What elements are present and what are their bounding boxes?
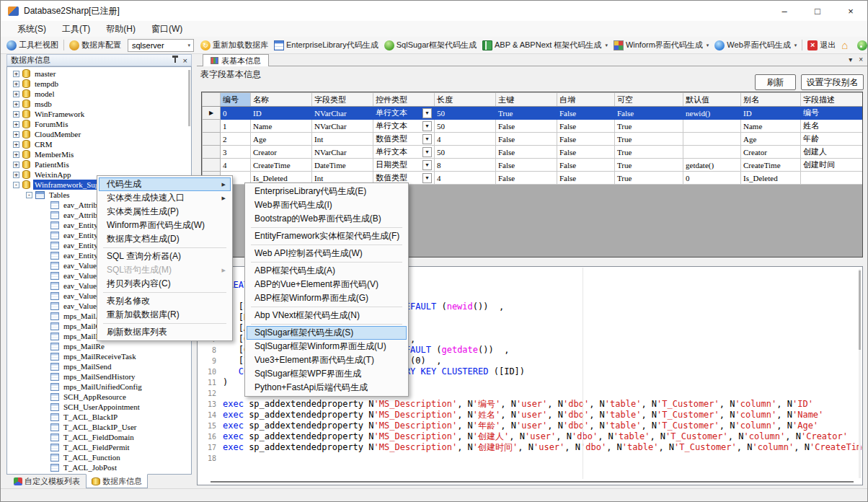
grid-cell[interactable]: 4 [435,172,496,185]
grid-cell[interactable]: NVarChar [312,146,373,159]
column-header[interactable]: 字段描述 [801,93,864,107]
grid-cell[interactable]: ▼日期类型 [373,159,435,172]
menu-item[interactable]: Abp VNext框架代码生成(N) [247,309,407,322]
grid-cell[interactable]: Creator [741,146,801,159]
grid-cell[interactable]: 编号 [801,107,864,120]
grid-cell[interactable]: False [557,107,615,120]
grid-cell[interactable]: Name [741,120,801,133]
toolbar-button[interactable] [838,39,854,52]
editor-horizontal-scrollbar[interactable] [211,481,854,483]
grid-cell[interactable]: DateTime [312,159,373,172]
refresh-button[interactable]: 刷新 [755,74,796,90]
menu-item[interactable]: 刷新数据库列表 [99,325,231,339]
toolbar-button[interactable]: ABP & ABPNext 框架代码生成▾ [479,38,611,52]
menubar-item[interactable]: 帮助(H) [98,21,143,38]
column-header[interactable]: 字段类型 [312,93,373,107]
sidebar-tab[interactable]: 数据库信息 [86,474,148,488]
cell-dropdown-icon[interactable]: ▼ [422,160,432,170]
menu-item[interactable]: ABP框架代码生成(A) [247,264,407,278]
tree-item[interactable]: +model [7,89,191,99]
tree-item[interactable]: mps_MailSendHistory [7,371,191,382]
tree-item[interactable]: +CloudMember [7,129,191,139]
expander-toggle[interactable]: + [13,141,19,148]
grid-cell[interactable]: 姓名 [801,120,864,133]
menubar-item[interactable]: 窗口(W) [143,21,190,38]
expander-toggle[interactable]: - [13,182,19,188]
cell-dropdown-icon[interactable]: ▼ [422,147,432,157]
grid-cell[interactable]: False [557,133,615,146]
menu-item[interactable]: SqlSugar框架代码生成(S) [247,326,407,340]
maximize-button[interactable]: □ [801,1,834,21]
grid-cell[interactable]: 0 [683,172,741,185]
expander-toggle[interactable]: + [13,131,19,138]
expander-toggle[interactable]: - [26,192,32,198]
toolbar-button[interactable]: SqlSugar框架代码生成 [381,38,479,52]
expander-toggle[interactable]: + [13,111,19,118]
grid-cell[interactable]: Int [312,133,373,146]
column-header[interactable]: 长度 [435,93,496,107]
grid-cell[interactable]: NVarChar [312,120,373,133]
tree-item[interactable]: +msdb [7,99,191,109]
menu-item[interactable]: 实体类生成快速入口▶ [99,191,231,205]
sidebar-tab[interactable]: 自定义模板列表 [8,475,86,488]
menubar-item[interactable]: 系统(S) [9,21,54,38]
grid-cell[interactable]: False [557,120,615,133]
column-header[interactable]: 可空 [615,93,683,107]
tab-list-dropdown-icon[interactable]: ▾ [849,56,852,63]
grid-cell[interactable]: 3 [221,146,251,159]
grid-cell[interactable] [683,120,741,133]
tree-item[interactable]: T_ACL_BlackIP_User [7,422,191,432]
menu-item[interactable]: 代码生成▶ [99,177,231,191]
grid-cell[interactable]: 1 [221,120,251,133]
grid-cell[interactable]: True [615,159,683,172]
grid-cell[interactable]: 2 [221,133,251,146]
toolbar-button[interactable]: 数据库配置 [66,38,124,52]
menu-item[interactable]: 表别名修改 [99,294,231,308]
grid-cell[interactable]: 50 [435,107,496,120]
row-header-cell[interactable] [203,146,221,159]
tree-item[interactable]: +WinFramework [7,109,191,119]
tab-table-basic-info[interactable]: 表基本信息 [203,54,269,66]
menu-item[interactable]: 重新加载数据库(R) [99,308,231,322]
grid-cell[interactable]: 50 [435,146,496,159]
tree-item[interactable]: SCH_UserAppointment [7,402,191,412]
minimize-button[interactable]: – [768,1,801,21]
grid-cell[interactable]: False [615,107,683,120]
toolbar-button[interactable]: 退出 [805,38,838,52]
toolbar-button[interactable]: 工具栏视图 [4,38,61,52]
menu-item[interactable]: Web API控制器代码生成(W) [247,247,407,260]
row-header-cell[interactable] [203,133,221,146]
tree-item[interactable]: +CRM [7,139,191,149]
tree-item[interactable]: +master [7,69,191,79]
toolbar-button[interactable]: Winform界面代码生成▾ [611,38,712,52]
sidebar-close-icon[interactable]: × [183,57,187,64]
grid-cell[interactable]: True [496,107,557,120]
close-button[interactable]: × [834,1,867,21]
expander-toggle[interactable]: + [13,151,19,158]
column-header[interactable]: 主键 [496,93,557,107]
expander-toggle[interactable]: + [13,101,19,107]
menu-item[interactable]: SqlSugar框架Winform界面生成(U) [247,340,407,353]
grid-cell[interactable]: True [615,120,683,133]
expander-toggle[interactable]: + [13,121,19,128]
grid-cell[interactable]: True [615,146,683,159]
toolbar-button[interactable]: Web界面代码生成▾ [712,38,800,52]
toolbar-button[interactable] [854,39,868,52]
grid-cell[interactable]: False [496,133,557,146]
toolbar-button[interactable]: 重新加载数据库 [198,38,271,52]
cell-dropdown-icon[interactable]: ▼ [422,108,432,118]
row-header-cell[interactable] [203,159,221,172]
grid-cell[interactable]: False [557,159,615,172]
pin-icon[interactable] [174,58,176,63]
grid-cell[interactable]: True [615,172,683,185]
grid-cell[interactable] [683,146,741,159]
toolbar-button[interactable]: EnterpriseLibrary代码生成 [271,38,381,52]
menu-item[interactable]: 数据库文档生成(D) [99,232,231,246]
grid-cell[interactable]: False [496,172,557,185]
tree-item[interactable]: T_ACL_BlackIP [7,412,191,422]
tree-item[interactable]: +tempdb [7,79,191,89]
grid-cell[interactable]: CreateTime [251,159,312,172]
column-header[interactable]: 名称 [251,93,312,107]
menu-item[interactable]: Web界面代码生成(I) [247,198,407,212]
menu-item[interactable]: 实体类属性生成(P) [99,205,231,219]
